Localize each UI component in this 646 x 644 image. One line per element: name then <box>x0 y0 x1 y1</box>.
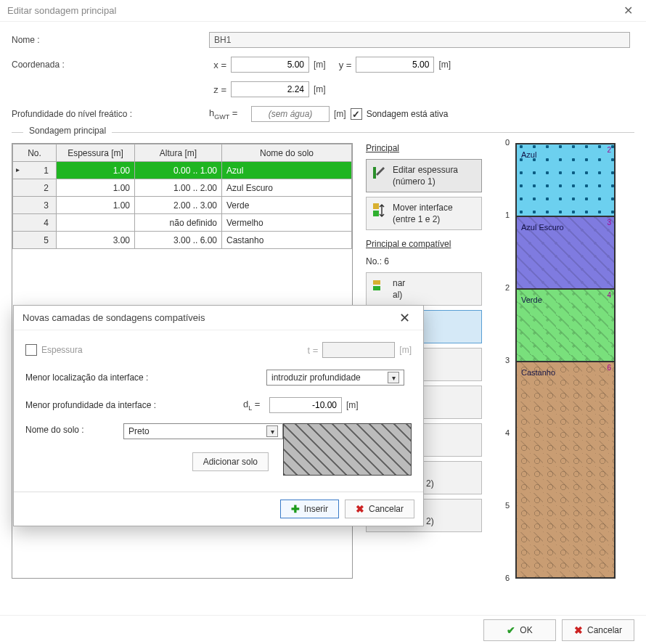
layer-index: 4 <box>607 291 611 299</box>
axis-tick: 4 <box>495 428 510 437</box>
active-label: Sondagem está ativa <box>367 109 449 119</box>
cell-esp: 1.00 <box>57 162 135 179</box>
add-soil-button[interactable]: Adicionar solo <box>192 452 269 471</box>
layer-index: 3 <box>607 219 611 227</box>
espessura-checkbox[interactable] <box>25 344 37 356</box>
cell-solo: Vermelho <box>222 214 352 232</box>
cell-esp: 1.00 <box>57 197 135 214</box>
y-label: y = <box>339 60 352 70</box>
cell-esp <box>57 214 135 232</box>
titlebar: Editar sondagem principal ✕ <box>0 0 646 22</box>
name-label: Nome : <box>12 35 209 45</box>
cell-esp: 1.00 <box>57 179 135 197</box>
layer-index: 2 <box>607 146 611 154</box>
th-no: No. <box>13 144 57 162</box>
table-row[interactable]: ▸11.000.00 .. 1.00Azul <box>13 162 352 179</box>
axis-tick: 5 <box>495 501 510 510</box>
svg-rect-4 <box>373 286 380 290</box>
table-row[interactable]: 53.003.00 .. 6.00Castanho <box>13 232 352 249</box>
row-no: 5 <box>13 232 57 249</box>
x-input[interactable] <box>231 57 309 73</box>
move-interface-button[interactable]: Mover interface (entre 1 e 2) <box>366 197 482 230</box>
cell-alt: não definido <box>135 214 222 232</box>
cell-solo: Castanho <box>222 232 352 249</box>
move-icon <box>372 202 387 219</box>
th-solo: Nome do solo <box>222 144 352 162</box>
cancel-button[interactable]: ✖ Cancelar <box>562 619 634 641</box>
edit-thickness-button[interactable]: Editar espessura (número 1) <box>366 159 482 192</box>
cell-alt: 0.00 .. 1.00 <box>135 162 222 179</box>
menor-loc-select[interactable]: introduzir profundidade ▾ <box>266 370 404 386</box>
check-icon: ✔ <box>507 624 515 636</box>
th-alt: Altura [m] <box>135 144 222 162</box>
t-label: t = <box>308 345 319 356</box>
th-esp: Espessura [m] <box>57 144 135 162</box>
solo-select[interactable]: Preto ▾ <box>123 423 283 439</box>
axis-tick: 2 <box>495 283 510 292</box>
cell-esp: 3.00 <box>57 232 135 249</box>
modal-title: Novas camadas de sondagens compatíveis <box>23 312 205 323</box>
gwt-label: Profundidade do nível freático : <box>12 109 209 119</box>
window-title: Editar sondagem principal <box>7 5 116 16</box>
dl-symbol: dL = <box>243 399 265 412</box>
stratum-layer: Azul2 <box>517 143 614 216</box>
y-unit: [m] <box>438 60 451 70</box>
menor-loc-label: Menor localização da interface : <box>25 372 243 383</box>
x-unit: [m] <box>314 60 326 70</box>
cell-alt: 2.00 .. 3.00 <box>135 197 222 214</box>
compat-header: Principal e compatível <box>366 239 482 249</box>
z-label: z = <box>209 84 226 95</box>
menor-prof-label: Menor profundidade da interface : <box>25 400 243 410</box>
dl-input[interactable] <box>269 397 342 413</box>
modal-titlebar: Novas camadas de sondagens compatíveis ✕ <box>14 306 423 330</box>
no-text: No.: 6 <box>366 256 482 266</box>
layer-icon <box>372 277 387 295</box>
table-row[interactable]: 4não definidoVermelho <box>13 214 352 232</box>
z-input[interactable] <box>231 81 309 97</box>
svg-rect-3 <box>373 280 380 285</box>
x-icon: ✖ <box>356 503 364 515</box>
t-unit: [m] <box>399 345 412 355</box>
table-row[interactable]: 21.001.00 .. 2.00Azul Escuro <box>13 179 352 197</box>
modal-close-icon[interactable]: ✕ <box>395 309 414 327</box>
strata-chart: Azul2Azul Escuro3Verde4Castanho60123456 <box>495 143 618 579</box>
plus-icon: ✚ <box>291 503 300 515</box>
row-no: 3 <box>13 197 57 214</box>
row-no: 4 <box>13 214 57 232</box>
solo-label: Nome do solo : <box>25 423 123 435</box>
edit-icon <box>372 164 387 182</box>
axis-tick: 0 <box>495 138 510 147</box>
partial-button-1[interactable]: naral) <box>366 272 482 306</box>
espessura-label: Espessura <box>41 345 308 355</box>
gwt-input[interactable] <box>251 106 330 122</box>
y-input[interactable] <box>356 57 434 73</box>
coord-label: Coordenada : <box>12 60 209 70</box>
gwt-symbol: hGWT = <box>209 107 247 121</box>
soil-swatch <box>283 423 412 476</box>
name-input[interactable] <box>209 32 630 48</box>
layer-name: Azul <box>521 150 536 160</box>
insert-button[interactable]: ✚ Inserir <box>280 500 339 518</box>
layer-index: 6 <box>607 364 611 372</box>
svg-rect-0 <box>373 167 376 179</box>
cell-solo: Azul Escuro <box>222 179 352 197</box>
layer-name: Verde <box>521 295 542 305</box>
cell-alt: 1.00 .. 2.00 <box>135 179 222 197</box>
row-no: ▸1 <box>13 162 57 179</box>
axis-tick: 3 <box>495 356 510 364</box>
cell-solo: Verde <box>222 197 352 214</box>
axis-tick: 6 <box>495 574 510 582</box>
active-checkbox[interactable]: ✓ <box>351 108 362 120</box>
x-icon: ✖ <box>574 624 583 636</box>
cell-alt: 3.00 .. 6.00 <box>135 232 222 249</box>
principal-header: Principal <box>366 143 482 153</box>
ok-button[interactable]: ✔ OK <box>483 619 556 641</box>
fieldset-legend: Sondagem principal <box>23 126 112 136</box>
close-icon[interactable]: ✕ <box>618 2 639 19</box>
new-layers-modal: Novas camadas de sondagens compatíveis ✕… <box>13 305 424 526</box>
svg-rect-2 <box>373 211 379 216</box>
cell-solo: Azul <box>222 162 352 179</box>
modal-cancel-button[interactable]: ✖ Cancelar <box>345 500 414 518</box>
table-row[interactable]: 31.002.00 .. 3.00Verde <box>13 197 352 214</box>
x-label: x = <box>209 60 226 70</box>
